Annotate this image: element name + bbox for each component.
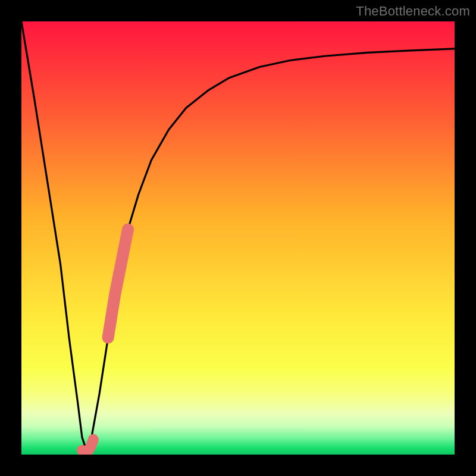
watermark-text: TheBottleneck.com (356, 4, 470, 19)
gradient-background (21, 21, 455, 455)
bottleneck-chart (21, 21, 455, 455)
chart-frame: TheBottleneck.com (0, 0, 476, 476)
